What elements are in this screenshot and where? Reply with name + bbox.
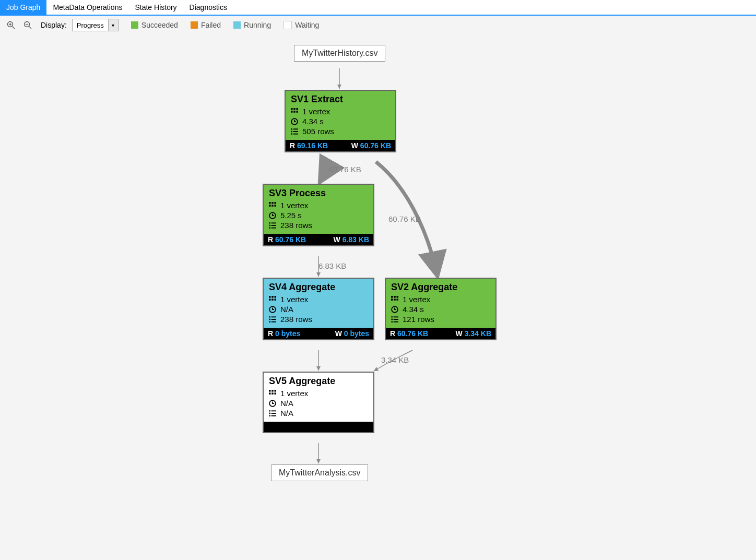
tab-metadata-operations[interactable]: MetaData Operations [46, 0, 128, 15]
svg-rect-39 [275, 296, 277, 298]
svg-rect-16 [297, 111, 299, 113]
swatch-running [233, 21, 241, 29]
zoom-in-button[interactable] [5, 19, 17, 31]
zoom-out-icon [23, 21, 32, 29]
stage-vertex: 1 vertex [302, 107, 330, 116]
tab-diagnostics[interactable]: Diagnostics [183, 0, 233, 15]
rows-icon [269, 410, 276, 417]
display-select-value: Progress [73, 21, 108, 29]
input-file-node[interactable]: MyTwitterHistory.csv [294, 45, 385, 62]
svg-rect-73 [271, 413, 276, 414]
stage-rows: 505 rows [302, 127, 334, 136]
svg-rect-25 [271, 202, 274, 204]
vertex-icon [391, 296, 398, 303]
display-select[interactable]: Progress ▾ [72, 19, 119, 31]
chevron-down-icon: ▾ [108, 19, 118, 31]
svg-rect-63 [269, 390, 271, 392]
svg-rect-50 [391, 296, 393, 298]
svg-rect-36 [271, 227, 276, 228]
svg-rect-71 [271, 410, 276, 411]
legend-failed-label: Failed [201, 21, 221, 29]
clock-icon [269, 306, 276, 313]
legend-succeeded-label: Succeeded [141, 21, 178, 29]
legend-succeeded: Succeeded [131, 21, 178, 29]
svg-rect-14 [291, 111, 293, 113]
stage-sv1-extract[interactable]: SV1 Extract 1 vertex 4.34 s 505 rows 69.… [285, 90, 396, 152]
svg-point-22 [291, 133, 292, 135]
svg-rect-37 [269, 296, 271, 298]
svg-point-70 [269, 410, 270, 411]
stage-title: SV1 Extract [291, 94, 390, 105]
svg-rect-67 [271, 392, 274, 395]
stage-sv5-aggregate[interactable]: SV5 Aggregate 1 vertex N/A N/A [263, 372, 374, 433]
clock-icon [291, 118, 298, 125]
swatch-succeeded [131, 21, 138, 29]
edge-label-sv1-sv3: 60.76 KB [329, 165, 361, 174]
stage-read: 60.76 KB [390, 329, 428, 338]
rows-icon [269, 222, 276, 229]
svg-rect-65 [275, 390, 277, 392]
graph-canvas[interactable]: 60.76 KB 60.76 KB 6.83 KB 3.34 KB MyTwit… [0, 34, 756, 560]
svg-rect-26 [275, 202, 277, 204]
edge-label-sv2-sv5: 3.34 KB [381, 355, 409, 364]
svg-point-57 [391, 316, 393, 317]
svg-rect-47 [271, 319, 276, 320]
tab-state-history[interactable]: State History [128, 0, 183, 15]
stage-title: SV3 Process [269, 188, 368, 199]
stage-read: 60.76 KB [268, 235, 306, 244]
svg-rect-54 [394, 299, 396, 301]
svg-point-33 [269, 224, 270, 226]
svg-line-5 [29, 27, 32, 29]
svg-rect-12 [293, 108, 296, 110]
stage-write: 3.34 KB [456, 329, 491, 338]
stage-sv3-process[interactable]: SV3 Process 1 vertex 5.25 s 238 rows 60.… [263, 184, 374, 246]
svg-rect-66 [269, 392, 271, 395]
svg-point-61 [391, 321, 393, 323]
svg-rect-15 [293, 111, 296, 113]
edge-label-sv3-sv4: 6.83 KB [318, 261, 346, 270]
zoom-out-button[interactable] [22, 19, 33, 31]
svg-rect-51 [394, 296, 396, 298]
svg-rect-55 [397, 299, 399, 301]
svg-rect-68 [275, 392, 277, 395]
stage-write: 60.76 KB [351, 141, 391, 150]
edge-label-sv1-sv2: 60.76 KB [388, 215, 421, 223]
svg-rect-21 [293, 131, 298, 132]
svg-rect-38 [271, 296, 274, 298]
svg-rect-42 [275, 299, 277, 301]
stage-write: 6.83 KB [334, 235, 369, 244]
vertex-icon [269, 296, 276, 303]
stage-rows: 238 rows [280, 221, 312, 230]
svg-rect-11 [291, 108, 293, 110]
swatch-failed [191, 21, 198, 29]
legend-waiting-label: Waiting [295, 21, 319, 29]
swatch-waiting [284, 21, 292, 29]
svg-rect-24 [269, 202, 271, 204]
svg-rect-27 [269, 205, 271, 207]
stage-sv2-aggregate[interactable]: SV2 Aggregate 1 vertex 4.34 s 121 rows 6… [385, 278, 497, 340]
svg-point-44 [269, 316, 270, 317]
svg-rect-41 [271, 299, 274, 301]
tab-job-graph[interactable]: Job Graph [0, 0, 46, 15]
output-file-node[interactable]: MyTwitterAnalysis.csv [271, 464, 368, 481]
svg-point-48 [269, 321, 270, 323]
svg-point-74 [269, 415, 270, 416]
rows-icon [291, 128, 298, 135]
svg-rect-40 [269, 299, 271, 301]
stage-vertex: 1 vertex [280, 389, 308, 398]
stage-time: 4.34 s [403, 305, 424, 314]
stage-sv4-aggregate[interactable]: SV4 Aggregate 1 vertex N/A 238 rows 0 by… [263, 278, 374, 340]
svg-rect-34 [271, 225, 276, 226]
vertex-icon [269, 202, 276, 209]
stage-vertex: 1 vertex [280, 295, 308, 304]
svg-rect-45 [271, 316, 276, 317]
stage-title: SV4 Aggregate [269, 282, 368, 293]
vertex-icon [291, 108, 298, 115]
rows-icon [269, 316, 276, 323]
svg-rect-53 [391, 299, 393, 301]
svg-point-31 [269, 222, 270, 223]
rows-icon [391, 316, 398, 323]
clock-icon [269, 212, 276, 219]
tabstrip: Job Graph MetaData Operations State Hist… [0, 0, 756, 16]
svg-line-1 [13, 27, 15, 29]
